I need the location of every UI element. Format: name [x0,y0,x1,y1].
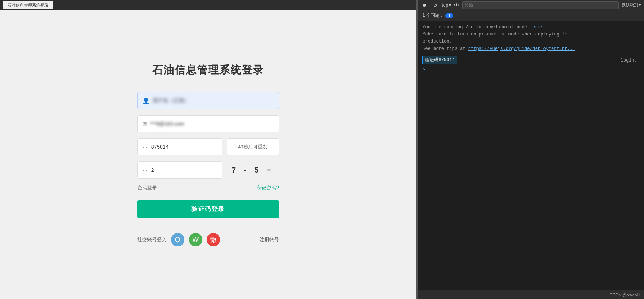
math-answer-wrapper[interactable]: 🛡 [137,161,222,179]
devtools-toolbar: ⏺ ⊘ top ▾ 👁 默认级别 ▾ [418,0,644,10]
captcha-input[interactable] [151,144,218,150]
captcha-row: 🛡 49秒后可重发 [137,138,279,155]
browser-main: 石油信息管理系统登录 👤 ✉ 🛡 [0,10,416,299]
math-answer-input[interactable] [151,167,218,173]
badge-number: 1 [445,13,453,18]
login-options: 密码登录 忘记密码? [137,185,279,191]
console-log-highlighted: 验证码875014 [422,56,457,64]
login-ref: login.. [621,58,640,63]
email-icon: ✉ [142,120,147,128]
vue-link[interactable]: vue... [534,25,550,30]
console-output[interactable]: You are running Vue in development mode.… [418,21,644,290]
active-tab[interactable]: 石油信息管理系统登录 [3,1,53,9]
resend-button[interactable]: 49秒后可重发 [227,138,279,155]
warning-line1: You are running Vue in development mode. [422,25,530,30]
shield-icon: 🛡 [142,144,148,150]
filter-input[interactable] [462,1,619,9]
record-icon-btn[interactable]: ⏺ [421,1,428,9]
devtools-panel: ⏺ ⊘ top ▾ 👁 默认级别 ▾ 1 个问题： 1 You are runn… [418,0,644,299]
eye-icon-btn[interactable]: 👁 [454,2,459,8]
username-group: 👤 [137,92,279,109]
login-container: 石油信息管理系统登录 👤 ✉ 🛡 [130,48,286,261]
email-input-wrapper[interactable]: ✉ [137,115,279,132]
record-icon: ⏺ [422,3,427,8]
chevron-down-icon: ▾ [449,3,451,8]
issue-badge: 1 个问题： 1 [422,12,453,19]
social-icons-group: 社交账号登入 Q W 微 [137,233,220,246]
social-label: 社交账号登入 [137,236,166,243]
warning-line2: Make sure to turn on production mode whe… [422,32,567,37]
warning-line3: production. [422,39,452,44]
shield-icon-2: 🛡 [142,167,148,173]
weibo-login-button[interactable]: 微 [207,233,220,246]
tab-label: 石油信息管理系统登录 [7,3,48,8]
eye-icon: 👁 [454,2,459,8]
password-login-link[interactable]: 密码登录 [137,185,157,191]
qq-icon: Q [175,236,180,244]
captcha-input-wrapper[interactable]: 🛡 [137,138,222,155]
footer-text: CSDN @oh-caiji [610,293,640,297]
username-input[interactable] [153,98,274,104]
wechat-icon: W [192,236,199,244]
register-link[interactable]: 注册帐号 [260,236,279,243]
browser-content: 石油信息管理系统登录 石油信息管理系统登录 👤 ✉ [0,0,416,299]
issues-count-bar: 1 个问题： 1 [418,10,644,21]
level-label: 默认级别 [622,2,638,8]
weibo-icon: 微 [210,235,217,244]
issues-label: 1 个问题： [422,12,444,19]
devtools-footer: CSDN @oh-caiji [418,290,644,299]
email-group: ✉ [137,115,279,132]
default-level-selector[interactable]: 默认级别 ▾ [622,2,641,8]
username-input-wrapper[interactable]: 👤 [137,92,279,109]
deployment-link[interactable]: https://vuejs.org/guide/deployment.ht... [468,46,575,51]
console-log-row: 验证码875014 login.. [422,56,640,66]
browser-tabs: 石油信息管理系统登录 [0,0,416,10]
math-expression: 7 - 5 = [227,161,279,179]
top-selector[interactable]: top ▾ [442,3,451,8]
warning-line4: See more tips at [422,46,468,51]
login-button[interactable]: 验证码登录 [137,200,279,218]
arrow-icon[interactable]: > [422,67,425,72]
user-icon: 👤 [142,97,150,104]
console-warning-block: You are running Vue in development mode.… [422,24,640,53]
ban-icon-btn[interactable]: ⊘ [431,1,439,9]
console-arrow-row: > [422,67,640,72]
forgot-password-link[interactable]: 忘记密码? [257,185,279,191]
top-label: top [442,3,448,8]
qq-login-button[interactable]: Q [171,233,184,246]
level-chevron-icon: ▾ [639,3,641,7]
social-login-section: 社交账号登入 Q W 微 注册帐号 [137,233,279,246]
math-captcha-row: 🛡 7 - 5 = [137,161,279,179]
email-input[interactable] [150,121,274,127]
ban-icon: ⊘ [433,3,437,8]
wechat-login-button[interactable]: W [189,233,202,246]
login-title: 石油信息管理系统登录 [152,63,264,77]
